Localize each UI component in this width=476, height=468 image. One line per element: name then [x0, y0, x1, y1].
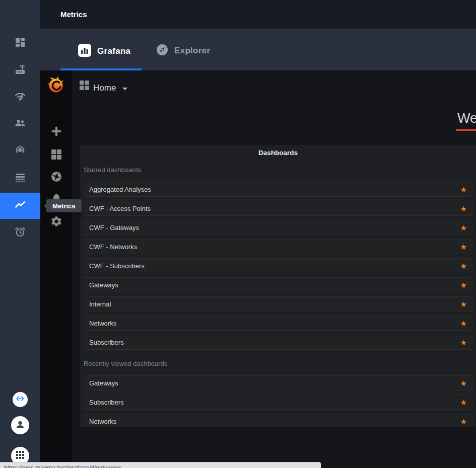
- star-icon[interactable]: ★: [460, 418, 467, 425]
- dashboard-row[interactable]: Aggregated Analyses ★: [84, 182, 472, 197]
- grafana-logo[interactable]: [46, 75, 66, 95]
- dashboard-row-label: Networks: [89, 418, 116, 425]
- dashboards-grid-icon: [50, 148, 62, 163]
- dashboard-row-label: CWF - Gateways: [89, 224, 139, 231]
- dashboard-row-label: Internal: [89, 300, 111, 308]
- dashboard-section: Starred dashboards Aggregated Analyses ★…: [84, 166, 472, 350]
- tab-bar: Grafana Explorer: [40, 29, 476, 70]
- dashboard-sections: Starred dashboards Aggregated Analyses ★…: [84, 166, 472, 427]
- sidebar-item-alarms[interactable]: [0, 220, 40, 246]
- dashboard-row[interactable]: Subscribers ★: [84, 335, 472, 350]
- dashboard-row-label: Subscribers: [89, 399, 124, 406]
- section-rows: Gateways ★ Subscribers ★ Networks ★: [84, 375, 472, 427]
- dashboards-panel: Dashboards Starred dashboards Aggregated…: [80, 145, 476, 427]
- logs-icon: [14, 171, 27, 186]
- developer-mode-button[interactable]: [13, 392, 28, 407]
- dashboard-row[interactable]: Networks ★: [84, 316, 472, 331]
- welcome-heading: We: [457, 111, 476, 126]
- dashboard-row-label: Subscribers: [89, 339, 124, 346]
- dashboard-row[interactable]: Internal ★: [84, 296, 472, 311]
- plus-icon: [50, 125, 62, 139]
- network-check-icon: [14, 90, 27, 105]
- account-icon: [14, 418, 26, 432]
- tooltip-arrow: [44, 203, 46, 208]
- star-icon[interactable]: ★: [460, 205, 467, 212]
- star-icon[interactable]: ★: [460, 399, 467, 406]
- page-title: Metrics: [60, 10, 87, 19]
- explore-compass-icon: [50, 171, 62, 185]
- star-icon[interactable]: ★: [460, 339, 467, 346]
- star-icon[interactable]: ★: [460, 262, 467, 270]
- nms-sidebar: [0, 0, 40, 468]
- star-icon[interactable]: ★: [460, 300, 467, 308]
- dashboard-row[interactable]: CWF - Gateways ★: [84, 220, 472, 235]
- access-point-icon: [14, 144, 27, 159]
- star-icon[interactable]: ★: [460, 379, 467, 387]
- sidebar-item-logs[interactable]: [0, 166, 40, 192]
- grafana-explore-button[interactable]: [40, 169, 72, 187]
- alarm-clock-icon: [14, 225, 27, 241]
- sidebar-item-users[interactable]: [0, 111, 40, 137]
- grafana-settings-button[interactable]: [40, 213, 72, 231]
- tab-explorer-label: Explorer: [174, 46, 210, 56]
- compass-icon: [156, 44, 168, 58]
- star-icon[interactable]: ★: [460, 243, 467, 251]
- sidebar-item-network-check[interactable]: [0, 84, 40, 110]
- dashboard-row[interactable]: Gateways ★: [84, 277, 472, 292]
- chevron-down-icon[interactable]: [122, 88, 127, 90]
- tab-grafana-label: Grafana: [97, 46, 130, 56]
- dashboard-row[interactable]: CWF - Access Points ★: [84, 201, 472, 216]
- dashboard-row[interactable]: CWF - Networks ★: [84, 239, 472, 254]
- sidebar-item-access-points[interactable]: [0, 138, 40, 165]
- home-dashboard-icon: [80, 81, 89, 92]
- account-button[interactable]: [11, 416, 29, 434]
- grafana-create-button[interactable]: [40, 123, 72, 141]
- users-icon: [14, 117, 27, 132]
- settings-gear-icon: [50, 215, 62, 229]
- sidebar-item-equipment[interactable]: [0, 57, 40, 84]
- dashboard-row-label: Aggregated Analyses: [89, 186, 151, 193]
- dashboard-row-label: Networks: [89, 320, 116, 327]
- dashboard-row-label: Gateways: [89, 281, 118, 289]
- browser-status-bar: https://nms.magma.test/grafana/d/gateway…: [0, 462, 321, 468]
- dashboard-section: Recently viewed dashboards Gateways ★ Su…: [84, 360, 472, 427]
- star-icon[interactable]: ★: [460, 224, 467, 231]
- code-icon: [15, 394, 25, 406]
- section-rows: Aggregated Analyses ★ CWF - Access Point…: [84, 182, 472, 350]
- grafana-sidebar: [40, 70, 72, 468]
- dashboard-row-label: CWF - Networks: [89, 243, 137, 251]
- star-icon[interactable]: ★: [460, 281, 467, 289]
- tab-explorer[interactable]: Explorer: [156, 44, 210, 58]
- dashboard-row-label: CWF - Access Points: [89, 205, 151, 212]
- tab-grafana[interactable]: Grafana: [78, 44, 130, 59]
- dashboard-row[interactable]: Gateways ★: [84, 375, 472, 391]
- dashboard-row-label: CWF - Subscribers: [89, 262, 145, 270]
- dashboard-row[interactable]: Networks ★: [84, 414, 472, 427]
- dashboard-row[interactable]: Subscribers ★: [84, 395, 472, 410]
- apps-grid-icon: [15, 450, 25, 462]
- section-label: Recently viewed dashboards: [84, 360, 472, 367]
- welcome-heading-underline: [456, 129, 476, 131]
- sidebar-item-metrics[interactable]: [0, 193, 40, 219]
- star-icon[interactable]: ★: [460, 320, 467, 327]
- tooltip-label: Metrics: [52, 202, 76, 210]
- section-label: Starred dashboards: [84, 166, 472, 174]
- grafana-dashboards-button[interactable]: [40, 146, 72, 165]
- dashboard-row-label: Gateways: [89, 379, 118, 387]
- page-header: Metrics: [40, 0, 476, 29]
- sidebar-item-dashboard[interactable]: [0, 30, 40, 56]
- star-icon[interactable]: ★: [460, 186, 467, 193]
- dashboard-row[interactable]: CWF - Subscribers ★: [84, 258, 472, 273]
- dashboard-icon: [14, 36, 26, 50]
- equipment-icon: [14, 63, 27, 78]
- metrics-icon: [14, 198, 27, 213]
- bar-chart-icon: [78, 44, 91, 59]
- breadcrumb-home[interactable]: Home: [93, 83, 116, 93]
- status-bar-url: https://nms.magma.test/grafana/d/gateway…: [0, 462, 321, 468]
- panel-title[interactable]: Dashboards: [84, 149, 472, 157]
- app-window: Metrics Grafana Explorer: [0, 0, 476, 468]
- grafana-embed: Home We Dashboards Starred dashboards Ag…: [40, 70, 476, 468]
- metrics-tooltip: Metrics: [46, 199, 82, 212]
